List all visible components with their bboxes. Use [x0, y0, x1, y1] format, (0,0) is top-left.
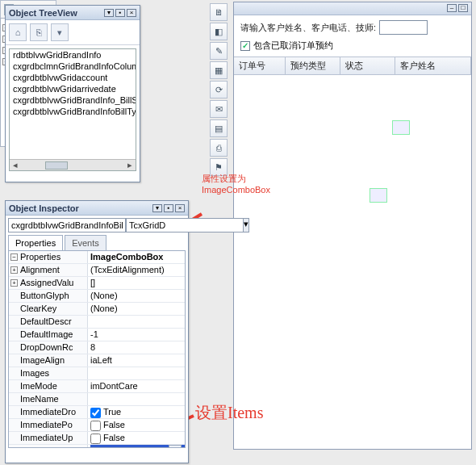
prop-name: ClearKey — [20, 304, 56, 313]
tool-icon[interactable]: ✎ — [210, 42, 228, 60]
prop-val[interactable] — [88, 316, 185, 328]
selector-input[interactable] — [8, 218, 126, 232]
component-icon[interactable] — [370, 188, 387, 203]
checkbox[interactable] — [90, 434, 101, 444]
col-order[interactable]: 订单号 — [234, 57, 286, 74]
tree-item[interactable]: cxgrdbtblvwGridBrandInfoBillTyp — [10, 106, 136, 117]
checkbox[interactable]: ✓ — [240, 41, 250, 51]
tree-item[interactable]: cxgrdbclmnGridBrandInfoColumn — [10, 61, 136, 72]
close-icon[interactable]: × — [175, 204, 185, 212]
form-designer-panel: – □ 请输入客户姓名、客户电话、技师: ✓ 包含已取消订单预约 订单号 预约类… — [233, 2, 472, 450]
inspector-tabs: Properties Events — [8, 235, 186, 250]
prop-val[interactable] — [88, 393, 185, 405]
component-icon[interactable] — [392, 120, 410, 135]
annotation-text: 属性设置为 ImageComboBox — [202, 173, 270, 195]
filter-row: ✓ 包含已取消订单预约 — [234, 40, 471, 57]
prop-name: DefaultImage — [20, 329, 73, 339]
prop-name: Images — [20, 368, 49, 378]
prop-name: ImmediateUp — [20, 433, 73, 442]
tool-icon[interactable]: 🗎 — [210, 3, 228, 21]
prop-val[interactable]: imDontCare — [88, 380, 185, 392]
selector-type — [126, 218, 244, 232]
col-type[interactable]: 预约类型 — [286, 57, 340, 74]
scroll-left-icon[interactable]: ◂ — [10, 160, 21, 171]
inspector-titlebar[interactable]: Object Inspector ▾ ▪ × — [6, 201, 188, 216]
treeview-toolbar: ⌂ ⎘ ▾ — [6, 20, 140, 45]
component-selector[interactable]: ▾ — [8, 218, 186, 232]
tree-item[interactable]: cxgrdbtblvwGridaccount — [10, 72, 136, 83]
prop-val[interactable]: -1 — [88, 329, 185, 341]
tab-properties[interactable]: Properties — [8, 235, 63, 250]
treeview-titlebar[interactable]: Object TreeView ▾ ▪ × — [6, 6, 140, 20]
tree-item[interactable]: cxgrdbtblvwGridBrandInfo_BillSt — [10, 94, 136, 106]
property-grid[interactable]: −PropertiesImageComboBox +Alignment(TcxE… — [8, 250, 186, 448]
expand-icon[interactable]: + — [10, 266, 18, 274]
search-label: 请输入客户姓名、客户电话、技师: — [240, 22, 376, 34]
ellipsis-button[interactable]: … — [169, 445, 182, 448]
vert-toolbar: 🗎 ◧ ✎ ▦ ⟳ ✉ ▤ ⎙ ⚑ — [210, 2, 229, 178]
annotation-text: 设置Items — [195, 402, 263, 424]
treeview-title: Object TreeView — [9, 8, 104, 18]
pin-icon[interactable]: ▪ — [115, 9, 125, 17]
checkbox[interactable] — [90, 408, 101, 418]
tab-events[interactable]: Events — [65, 235, 106, 250]
prop-name: ButtonGlyph — [20, 291, 69, 300]
search-row: 请输入客户姓名、客户电话、技师: — [234, 15, 471, 40]
menu-icon[interactable]: ▾ — [152, 204, 162, 212]
annotation-line: 属性设置为 — [202, 173, 270, 185]
object-inspector-window: Object Inspector ▾ ▪ × ▾ Properties Even… — [5, 200, 189, 463]
prop-name: ImageAlign — [20, 355, 65, 365]
grid-header: 订单号 预约类型 状态 客户姓名 — [234, 57, 471, 75]
prop-val[interactable]: False — [88, 419, 185, 431]
tool-icon[interactable]: ▦ — [210, 61, 228, 79]
prop-name: AssignedValu — [20, 278, 73, 287]
prop-val[interactable]: [] — [88, 277, 185, 289]
prop-val[interactable]: False — [88, 432, 185, 444]
menu-icon[interactable]: ▾ — [104, 9, 114, 17]
prop-val[interactable]: ImageComboBox — [88, 251, 185, 263]
col-status[interactable]: 状态 — [340, 57, 395, 74]
prop-name: ImeName — [20, 394, 59, 404]
checkbox[interactable] — [90, 421, 101, 431]
prop-name: ImeMode — [20, 381, 57, 391]
prop-val[interactable]: True — [88, 406, 185, 418]
collapse-icon[interactable]: − — [10, 253, 18, 261]
prop-val[interactable]: (None) — [88, 303, 185, 315]
prop-name: Properties — [20, 252, 61, 262]
prop-val[interactable]: (None) — [88, 290, 185, 302]
chevron-down-icon[interactable]: ▾ — [244, 218, 249, 232]
col-customer[interactable]: 客户姓名 — [395, 57, 471, 74]
tree-item[interactable]: cxgrdbtblvwGridarrivedate — [10, 83, 136, 94]
prop-val[interactable]: iaLeft — [88, 354, 185, 367]
tool-icon[interactable]: ⎘ — [30, 23, 48, 41]
prop-name: Alignment — [20, 265, 60, 274]
prop-name: Items — [20, 446, 42, 448]
tool-icon[interactable]: ▤ — [210, 119, 228, 137]
scroll-thumb[interactable] — [45, 161, 68, 170]
pin-icon[interactable]: ▪ — [164, 204, 173, 212]
prop-val[interactable]: (TcxEditAlignment) — [88, 264, 185, 276]
prop-name: ImmediateDro — [20, 407, 76, 417]
tool-dropdown-icon[interactable]: ▾ — [51, 23, 69, 41]
grid-body[interactable] — [234, 75, 471, 430]
h-scrollbar[interactable]: ◂ ▸ — [10, 159, 136, 170]
object-treeview-window: Object TreeView ▾ ▪ × ⌂ ⎘ ▾ rdbtblvwGrid… — [5, 5, 140, 182]
expand-icon[interactable]: + — [10, 279, 18, 287]
scroll-right-icon[interactable]: ▸ — [124, 160, 136, 171]
prop-val[interactable] — [88, 367, 185, 379]
minimize-icon[interactable]: – — [447, 4, 457, 12]
tool-icon[interactable]: ⎙ — [210, 139, 228, 157]
tool-icon[interactable]: ⌂ — [9, 23, 27, 41]
treeview-list[interactable]: rdbtblvwGridBrandInfo cxgrdbclmnGridBran… — [9, 48, 136, 171]
prop-val[interactable]: 8 — [88, 341, 185, 354]
search-input[interactable] — [379, 20, 428, 35]
tool-icon[interactable]: ◧ — [210, 23, 228, 40]
tree-item[interactable]: rdbtblvwGridBrandInfo — [10, 49, 136, 61]
tool-icon[interactable]: ⟳ — [210, 81, 228, 98]
maximize-icon[interactable]: □ — [458, 4, 468, 12]
prop-name: DefaultDescr — [20, 316, 72, 326]
close-icon[interactable]: × — [127, 9, 136, 17]
tool-icon[interactable]: ✉ — [210, 100, 228, 118]
panel-titlebar[interactable]: – □ — [234, 2, 471, 15]
inspector-title: Object Inspector — [9, 203, 152, 213]
